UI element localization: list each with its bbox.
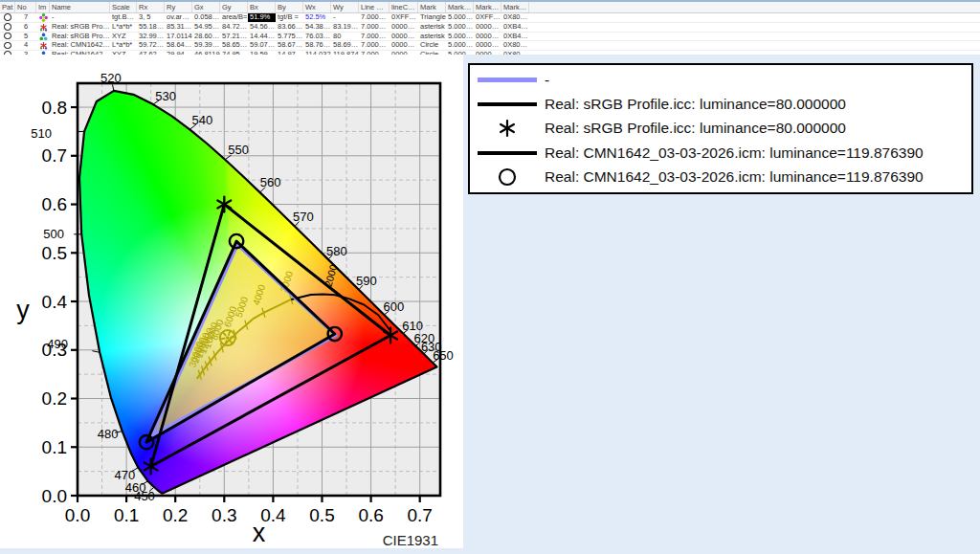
cell-mark_color2[interactable]: 0X8080FF bbox=[501, 13, 529, 22]
cell-gx[interactable]: 59.395248 bbox=[192, 41, 220, 50]
cell-wy[interactable]: 80 bbox=[331, 33, 359, 41]
cell-name[interactable]: Real: sRGB Profile.ic... bbox=[50, 33, 110, 41]
cell-gy[interactable]: 57.2109 bbox=[220, 33, 248, 41]
cell-mark[interactable]: asterisk bbox=[418, 23, 446, 32]
col-header-scale[interactable]: Scale bbox=[110, 2, 137, 12]
cell-name[interactable]: Real: CMN1642_03-0... bbox=[50, 41, 110, 50]
cell-gy[interactable]: 58.657296 bbox=[220, 41, 248, 50]
cell-mark_size[interactable]: 5.000000 bbox=[446, 13, 474, 22]
cell-rx[interactable]: 55.182883 bbox=[137, 23, 165, 32]
cell-rx[interactable]: 32.9931 bbox=[137, 33, 165, 41]
cell-no[interactable]: 6 bbox=[15, 23, 36, 32]
cell-no[interactable]: 7 bbox=[15, 13, 36, 22]
cell-scale[interactable]: L*a*b* bbox=[110, 23, 137, 32]
lab-icon[interactable] bbox=[36, 41, 50, 50]
col-header-ry[interactable]: Ry bbox=[165, 2, 192, 12]
cell-gy[interactable]: area/B= bbox=[220, 13, 248, 22]
cell-bx[interactable]: 59.075238 bbox=[248, 41, 276, 50]
col-header-gy[interactable]: Gy bbox=[220, 2, 248, 12]
cell-wx[interactable]: 58.767867 bbox=[303, 41, 331, 50]
cell-scale[interactable]: L*a*b* bbox=[110, 41, 137, 50]
col-header-gx[interactable]: Gx bbox=[192, 2, 220, 12]
lab-icon[interactable] bbox=[36, 23, 50, 32]
cell-scale[interactable]: XYZ bbox=[110, 33, 137, 41]
cell-mark_color[interactable]: 00000000 bbox=[474, 41, 501, 50]
cell-bx[interactable]: 14.4409 bbox=[248, 33, 276, 41]
cell-line_width[interactable]: 7.000000 bbox=[359, 23, 390, 32]
cell-mark_color2[interactable]: 0XB4B4FF bbox=[501, 23, 529, 32]
cell-by[interactable]: tgt/B = bbox=[276, 13, 303, 22]
cell-mark_color[interactable]: 00000000 bbox=[474, 33, 501, 41]
cell-line_color[interactable]: 0XFF8080 bbox=[390, 13, 418, 22]
col-header-line-wi-[interactable]: Line wi... bbox=[359, 2, 390, 12]
cell-ry[interactable]: 17.0114 bbox=[165, 33, 192, 41]
row-visibility-toggle[interactable] bbox=[4, 33, 11, 40]
cell-toggle[interactable] bbox=[0, 13, 15, 22]
cell-line_color[interactable]: 00000000 bbox=[390, 33, 418, 41]
cell-no[interactable]: 5 bbox=[15, 33, 36, 41]
cell-wx[interactable]: 76.0364 bbox=[303, 33, 331, 41]
row-visibility-toggle[interactable] bbox=[4, 23, 11, 31]
cell-gy[interactable]: 84.724764 bbox=[220, 23, 248, 32]
col-header-im[interactable]: Im bbox=[36, 2, 50, 12]
col-header-wx[interactable]: Wx bbox=[303, 2, 331, 12]
cell-by[interactable]: 83.667291 bbox=[276, 23, 303, 32]
cell-bx[interactable]: 54.560026 bbox=[248, 23, 276, 32]
cell-gx[interactable]: 54.958540 bbox=[192, 23, 220, 32]
row-visibility-toggle[interactable] bbox=[4, 42, 11, 50]
cell-toggle[interactable] bbox=[0, 23, 15, 32]
cell-ry[interactable]: 58.640257 bbox=[165, 41, 192, 50]
table-row[interactable]: 5Real: sRGB Profile.ic...XYZ32.993117.01… bbox=[0, 33, 980, 42]
col-header-by[interactable]: By bbox=[276, 2, 303, 12]
table-row[interactable]: 4Real: CMN1642_03-0...L*a*b*59.72766258.… bbox=[0, 41, 980, 51]
cell-mark_size[interactable]: 5.000000 bbox=[446, 41, 474, 50]
cell-name[interactable]: - bbox=[50, 13, 110, 22]
cell-gx[interactable]: 28.6095 bbox=[192, 33, 220, 41]
pinwheel-icon[interactable] bbox=[36, 13, 50, 22]
cell-by[interactable]: 5.77542 bbox=[276, 33, 303, 41]
cell-by[interactable]: 58.675628 bbox=[276, 41, 303, 50]
cell-toggle[interactable] bbox=[0, 41, 15, 50]
cell-wx[interactable]: 52.5% bbox=[303, 13, 331, 22]
cell-mark_color[interactable]: 0XFF8080 bbox=[474, 13, 501, 22]
cell-rx[interactable]: 3, 5 bbox=[137, 13, 165, 22]
cell-mark_color2[interactable]: 0XB4B4FF bbox=[501, 33, 529, 41]
cell-wy[interactable]: 83.192645 bbox=[331, 23, 359, 32]
col-header-rx[interactable]: Rx bbox=[137, 2, 165, 12]
cell-line_width[interactable]: 7.000000 bbox=[359, 33, 390, 41]
cell-no[interactable]: 4 bbox=[15, 41, 36, 50]
col-header-name[interactable]: Name bbox=[50, 2, 110, 12]
cell-wy[interactable]: 58.695041 bbox=[331, 41, 359, 50]
col-header-linecolor[interactable]: lineColor bbox=[390, 2, 418, 12]
cell-bx[interactable]: 51.9% bbox=[248, 13, 276, 22]
cell-line_color[interactable]: 00000000 bbox=[390, 23, 418, 32]
cell-ry[interactable]: 85.316438 bbox=[165, 23, 192, 32]
table-row[interactable]: 6Real: sRGB Profile.ic...L*a*b*55.182883… bbox=[0, 23, 980, 33]
col-header-marksi-[interactable]: MarkSi... bbox=[446, 2, 474, 12]
cell-mark_color[interactable]: 00000000 bbox=[474, 23, 501, 32]
cell-wx[interactable]: 54.382172 bbox=[303, 23, 331, 32]
cell-line_width[interactable]: 7.000000 bbox=[359, 41, 390, 50]
col-header-no[interactable]: No bbox=[15, 2, 36, 12]
cell-mark_size[interactable]: 5.000000 bbox=[446, 23, 474, 32]
profile-table[interactable]: PatNoImNameScaleRxRyGxGyBxByWxWyLine wi.… bbox=[0, 2, 980, 55]
cell-mark[interactable]: Triangle bbox=[418, 13, 446, 22]
cell-name[interactable]: Real: sRGB Profile.ic... bbox=[50, 23, 110, 32]
cell-line_color[interactable]: 00000000 bbox=[390, 41, 418, 50]
cell-scale[interactable]: tgt.Base = bbox=[110, 13, 137, 22]
cell-mark_size[interactable]: 5.000000 bbox=[446, 33, 474, 41]
cell-gx[interactable]: 0.0581023 bbox=[192, 13, 220, 22]
cell-rx[interactable]: 59.727662 bbox=[137, 41, 165, 50]
cell-line_width[interactable]: 7.000000 bbox=[359, 13, 390, 22]
col-header-mark[interactable]: Mark bbox=[418, 2, 446, 12]
col-header-markc-[interactable]: MarkC... bbox=[474, 2, 501, 12]
row-visibility-toggle[interactable] bbox=[4, 13, 11, 21]
col-header-wy[interactable]: Wy bbox=[331, 2, 359, 12]
table-row[interactable]: 7-tgt.Base =3, 5ov.area=0.0581023area/B=… bbox=[0, 13, 980, 23]
col-header-pat[interactable]: Pat bbox=[0, 2, 15, 12]
cell-mark_color2[interactable]: 0X80E6FF bbox=[501, 41, 529, 50]
col-header-bx[interactable]: Bx bbox=[248, 2, 276, 12]
cell-toggle[interactable] bbox=[0, 33, 15, 41]
cell-ry[interactable]: ov.area= bbox=[165, 13, 192, 22]
cell-mark[interactable]: asterisk bbox=[418, 33, 446, 41]
